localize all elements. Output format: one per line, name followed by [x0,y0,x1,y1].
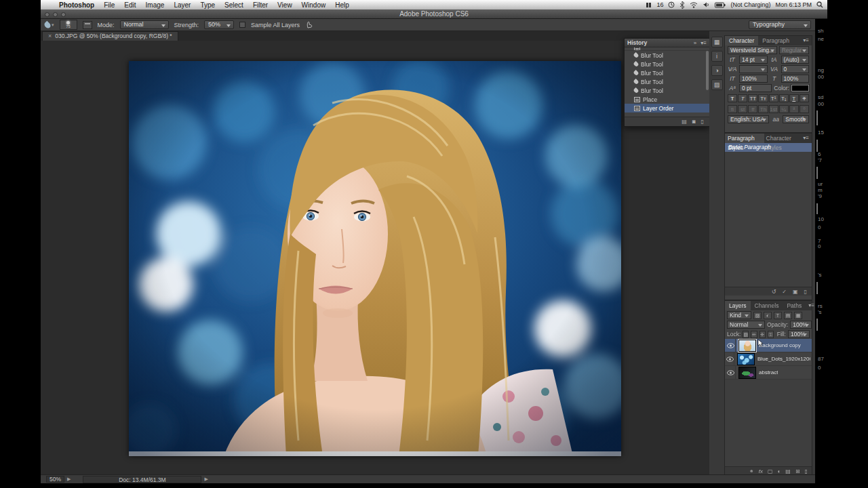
history-row[interactable]: Blur Tool [625,68,709,77]
tab-character-styles[interactable]: Character Styles [764,134,801,143]
document-tab[interactable]: × 030.JPG @ 50% (Background copy, RGB/8)… [42,31,178,41]
menu-help[interactable]: Help [335,1,349,9]
ot-discretionary-button[interactable]: ff [748,105,757,113]
kerning-dropdown[interactable] [739,65,768,73]
menu-photoshop[interactable]: Photoshop [59,1,94,9]
lock-position-icon[interactable]: ✛ [760,331,766,338]
tracking-dropdown[interactable]: 0 [781,65,810,73]
new-snapshot-icon[interactable]: ◙ [692,119,696,125]
layer-thumbnail[interactable] [737,353,755,365]
mode-dropdown[interactable]: Normal [120,20,169,29]
blur-tool-icon[interactable]: ▾ [45,22,54,28]
horizontal-scale-field[interactable]: 100% [781,75,810,83]
zoom-window-button[interactable] [61,12,66,17]
delete-state-icon[interactable]: ▯ [701,119,704,125]
info-panel-icon[interactable]: i [711,51,723,62]
font-family-dropdown[interactable]: Werstveld Sing... [728,46,777,54]
antialias-dropdown[interactable]: Smooth [783,115,809,123]
adjustments-panel-icon[interactable]: ◑ [711,65,723,76]
toggle-brush-panel-icon[interactable] [83,21,92,29]
history-row-selected[interactable]: Layer Order [625,104,709,113]
vertical-scale-field[interactable]: 100% [739,75,768,83]
blend-mode-dropdown[interactable]: Normal [727,321,765,329]
faux-bold-button[interactable]: T [728,94,737,102]
filter-kind-dropdown[interactable]: Kind [727,311,751,319]
finger-paint-icon[interactable] [305,20,313,30]
menu-edit[interactable]: Edit [124,1,136,9]
layer-visibility-toggle[interactable] [726,366,736,379]
link-layers-icon[interactable]: ⚭ [749,468,754,474]
delete-layer-icon[interactable]: ▯ [805,468,808,474]
history-row[interactable]: Blur Tool [625,51,709,60]
menu-layer[interactable]: Layer [174,1,191,9]
lock-pixels-icon[interactable]: ✏ [751,331,757,338]
panel-menu-icon[interactable]: ▾≡ [800,36,812,45]
ot-titling-button[interactable]: ¼ [779,105,789,113]
notification-badge-icon[interactable] [646,2,652,8]
font-size-dropdown[interactable]: 14 pt [739,56,768,64]
close-window-button[interactable] [45,12,50,17]
zoom-level-field[interactable]: 50% [46,476,64,483]
lock-transparency-icon[interactable]: ▨ [743,331,749,338]
layer-row-background-copy[interactable]: Background copy [725,339,812,352]
layer-name[interactable]: Background copy [759,342,801,348]
history-row[interactable]: Place [625,95,709,104]
opacity-dropdown[interactable]: 100% [790,321,812,329]
tab-paragraph-styles[interactable]: Paragraph Styles [725,134,764,143]
tab-paragraph[interactable]: Paragraph [758,36,793,45]
superscript-button[interactable]: T¹ [769,94,778,102]
tab-character[interactable]: Character [725,36,758,45]
layer-row-blue-dots[interactable]: Blue_Dots_1920x1200_... [725,352,812,366]
filter-shape-icon[interactable]: ▤ [784,312,792,319]
menu-window[interactable]: Window [302,1,326,9]
layer-visibility-toggle[interactable] [726,339,736,352]
filter-adjustment-icon[interactable]: ◐ [764,312,772,319]
language-dropdown[interactable]: English: USA [728,115,769,123]
clear-override-icon[interactable]: ✓ [782,289,787,295]
ot-contextual-button[interactable]: st [738,105,747,113]
history-panel-header[interactable]: History » ▾≡ [625,39,709,47]
collapse-panel-icon[interactable]: » [694,40,696,46]
redefine-style-icon[interactable]: ↺ [772,289,776,295]
layer-name[interactable]: abstract [759,369,778,375]
faux-italic-button[interactable]: T [738,94,747,102]
history-row[interactable]: Blur Tool [625,86,709,95]
tab-layers[interactable]: Layers [725,301,751,310]
ot-fractions-button[interactable]: º [800,105,809,113]
strength-dropdown[interactable]: 50% [204,20,234,29]
window-title-bar[interactable]: Adobe Photoshop CS6 [41,9,827,19]
battery-icon[interactable] [715,2,726,8]
ot-ordinals-button[interactable]: ª [789,105,799,113]
new-adjustment-layer-icon[interactable]: ◐ [777,468,781,474]
close-document-icon[interactable]: × [48,32,52,41]
brush-preset-picker[interactable]: 75 [60,20,77,30]
layer-thumbnail[interactable] [738,367,756,379]
filter-smartobject-icon[interactable]: ▦ [794,312,802,319]
layer-row-abstract[interactable]: abstract [725,366,812,380]
time-machine-icon[interactable] [668,1,675,8]
baseline-shift-field[interactable]: 0 pt [739,84,772,92]
styles-panel-icon[interactable]: ▨ [711,79,723,90]
ot-stylistic-button[interactable]: 1st [769,105,778,113]
status-arrow-icon[interactable]: ▶ [67,476,71,482]
new-layer-icon[interactable]: ⊞ [795,468,800,474]
volume-icon[interactable] [703,1,710,8]
strikethrough-button[interactable]: T [800,94,809,102]
swatches-panel-icon[interactable]: ▦ [711,37,723,47]
add-layer-mask-icon[interactable]: ▢ [768,468,773,474]
text-color-swatch[interactable] [791,85,809,92]
delete-style-icon[interactable]: ▯ [804,289,807,295]
ot-ligatures-button[interactable]: fi [728,105,737,113]
menu-filter[interactable]: Filter [253,1,268,9]
layer-name[interactable]: Blue_Dots_1920x1200_... [757,356,810,362]
fill-dropdown[interactable]: 100% [788,330,810,338]
menu-select[interactable]: Select [224,1,243,9]
panel-menu-icon[interactable]: ▾≡ [701,40,707,46]
menu-type[interactable]: Type [200,1,215,9]
tab-channels[interactable]: Channels [751,301,783,310]
menu-file[interactable]: File [104,1,115,9]
filter-pixel-icon[interactable]: ▨ [753,312,762,319]
subscript-button[interactable]: T₁ [779,94,789,102]
panel-menu-icon[interactable]: ▾≡ [800,134,812,143]
sample-all-layers-checkbox[interactable] [239,22,245,28]
